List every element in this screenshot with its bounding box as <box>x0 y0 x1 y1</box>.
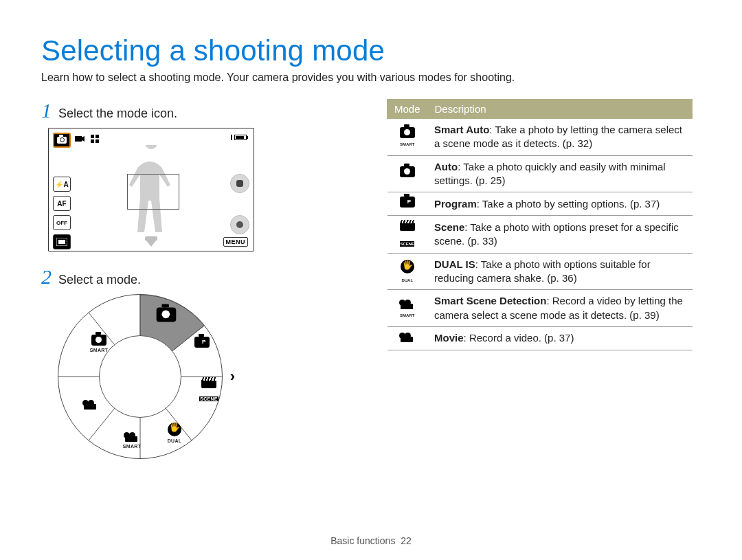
dial-item-movie <box>77 399 104 412</box>
record-button <box>230 215 249 234</box>
right-side-buttons <box>230 174 249 234</box>
grid-tab-icon <box>89 133 101 145</box>
page-footer: Basic functions 22 <box>0 535 742 546</box>
mode-icon-cell <box>387 192 428 216</box>
icon-sub-label: SMART <box>394 142 421 147</box>
step-number: 2 <box>41 265 52 289</box>
dial-label: SMART <box>85 348 113 352</box>
mode-desc-cell: Auto: Take a photo quickly and easily wi… <box>427 155 692 192</box>
left-side-buttons: ⚡A AF OFF <box>53 177 71 249</box>
manual-page: Selecting a shooting mode Learn how to s… <box>0 0 742 560</box>
chevron-right-icon: › <box>230 368 235 385</box>
scene-icon <box>400 220 415 231</box>
left-column: 1 Select the mode icon. <box>41 99 347 459</box>
menu-button-label: MENU <box>223 237 249 247</box>
af-label: AF <box>57 200 66 208</box>
dial-label: SCENE <box>199 396 218 401</box>
dial-item-dual-is: DUAL <box>161 423 188 443</box>
table-header-description: Description <box>427 100 692 119</box>
dial-item-smart-scene-video: SMART <box>118 431 146 449</box>
mode-title: Smart Auto <box>434 124 489 135</box>
video-tab-icon <box>74 133 86 145</box>
mode-title: Movie <box>434 332 464 344</box>
svg-rect-7 <box>58 240 65 244</box>
mode-icon-cell <box>387 155 428 192</box>
mode-title: DUAL IS <box>434 258 475 270</box>
dial-item-scene: SCENE <box>195 377 223 403</box>
step-text: Select a mode. <box>58 273 141 287</box>
mode-icon-cell: SMART <box>387 290 428 327</box>
auto-icon <box>400 166 415 177</box>
table-row: DUAL DUAL IS: Take a photo with options … <box>387 253 693 290</box>
table-row: SCENE Scene: Take a photo with options p… <box>387 216 693 254</box>
mode-desc-cell: Smart Auto: Take a photo by letting the … <box>427 119 692 156</box>
camera-icon <box>91 335 106 346</box>
mode-icon-cell: DUAL <box>387 253 428 290</box>
step-2: 2 Select a mode. <box>41 265 347 289</box>
dial-item-auto <box>153 309 180 323</box>
shutter-button <box>230 174 249 193</box>
mode-icon-selected <box>53 133 71 148</box>
icon-sub-label: SCENE <box>400 241 414 247</box>
movie-reel-icon <box>82 399 99 410</box>
battery-icon <box>234 135 247 140</box>
table-header-mode: Mode <box>387 100 428 119</box>
playback-icon <box>56 238 67 246</box>
clapperboard-icon <box>201 377 216 388</box>
mode-text: : Record a video. (p. 37) <box>464 332 574 344</box>
mode-icon-cell: SCENE <box>387 216 428 254</box>
svg-rect-0 <box>75 136 82 142</box>
mode-desc-cell: Movie: Record a video. (p. 37) <box>427 326 692 350</box>
mode-icon-cell <box>387 326 428 350</box>
step-1: 1 Select the mode icon. <box>41 99 347 122</box>
camera-icon <box>57 137 67 144</box>
mode-title: Auto <box>434 161 458 172</box>
svg-rect-2 <box>91 135 94 138</box>
dial-item-smart-auto: SMART <box>85 335 113 352</box>
focus-frame <box>127 174 179 210</box>
svg-rect-5 <box>95 139 99 143</box>
right-column: Mode Description SMART Smart Auto: Take … <box>387 99 693 350</box>
off-label: OFF <box>56 220 67 226</box>
dual-is-icon <box>401 260 414 273</box>
flash-label: ⚡A <box>55 181 68 188</box>
icon-sub-label: SMART <box>394 313 421 318</box>
program-icon <box>400 197 415 208</box>
footer-section: Basic functions <box>330 535 395 546</box>
icon-sub-label: DUAL <box>394 278 421 283</box>
camera-p-icon <box>194 337 210 348</box>
movie-icon <box>399 331 416 342</box>
dial-label: SMART <box>118 444 146 449</box>
page-title: Selecting a shooting mode <box>41 34 701 67</box>
mode-desc-cell: Scene: Take a photo with options preset … <box>427 216 692 254</box>
footer-page-number: 22 <box>401 535 412 546</box>
table-row: Program: Take a photo by setting options… <box>387 192 693 216</box>
dial-label: DUAL <box>161 438 188 443</box>
svg-rect-3 <box>95 135 99 138</box>
camera-screen-illustration: ⚡A AF OFF MENU <box>48 128 254 251</box>
scroll-down-icon <box>146 240 157 247</box>
step-text: Select the mode icon. <box>58 107 177 121</box>
camera-icon <box>157 308 177 322</box>
mode-desc-cell: Smart Scene Detection: Record a video by… <box>427 290 692 327</box>
svg-marker-1 <box>82 136 85 142</box>
flash-auto-button: ⚡A <box>53 177 71 192</box>
playback-button <box>53 234 71 249</box>
mode-desc-cell: DUAL IS: Take a photo with options suita… <box>427 253 692 290</box>
mode-text: : Take a photo with options preset for a… <box>434 221 679 247</box>
step-number: 1 <box>41 99 52 122</box>
record-dot-icon <box>236 221 243 228</box>
mode-title: Scene <box>434 221 464 233</box>
movie-reel-icon <box>124 431 140 442</box>
table-row: SMART Smart Auto: Take a photo by lettin… <box>387 119 693 156</box>
mode-dial-illustration: SCENE DUAL SMART SMART <box>58 294 347 459</box>
dial-item-program <box>188 337 216 350</box>
mode-text: : Take a photo by setting options. (p. 3… <box>477 198 660 210</box>
mode-title: Program <box>434 198 477 210</box>
hand-shake-icon <box>168 423 181 436</box>
smart-auto-icon <box>400 127 415 138</box>
mode-title: Smart Scene Detection <box>434 295 546 306</box>
mode-description-table: Mode Description SMART Smart Auto: Take … <box>387 99 693 350</box>
signal-bar-icon <box>231 135 232 140</box>
off-button: OFF <box>53 215 71 230</box>
